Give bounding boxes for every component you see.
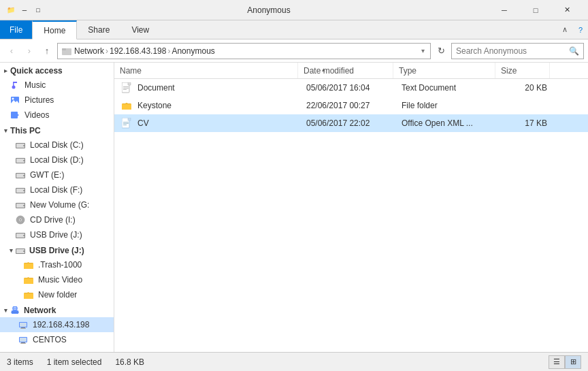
document-date: 05/06/2017 16:04 [301, 83, 396, 93]
cv-size: 17 KB [498, 118, 553, 128]
ribbon: File Home Share View ∧ ? [0, 20, 588, 39]
sidebar-group-network[interactable]: ▾ Network [0, 302, 114, 317]
sidebar-item-centos[interactable]: CENTOS [0, 332, 114, 347]
usbJ1-icon [15, 229, 26, 240]
sidebar-item-ip198[interactable]: 192.168.43.198 [0, 317, 114, 332]
col-name-header[interactable]: Name [114, 63, 298, 78]
sidebar-item-music-label: Music [24, 80, 46, 90]
col-type-header[interactable]: Type [393, 63, 495, 78]
sidebar-item-gwtE[interactable]: GWT (E:) [0, 167, 114, 182]
pin2-icon: □ [33, 5, 44, 16]
musicvid-folder-icon [23, 274, 34, 285]
up-button[interactable]: ↑ [39, 44, 54, 59]
svg-rect-51 [128, 82, 131, 85]
status-left: 3 items 1 item selected 16.8 KB [7, 357, 144, 367]
tab-view[interactable]: View [120, 20, 160, 39]
svg-rect-47 [20, 338, 27, 342]
table-row[interactable]: Document 05/06/2017 16:04 Text Document … [114, 79, 588, 97]
sidebar-item-pictures[interactable]: Pictures [0, 93, 114, 108]
col-size-header[interactable]: Size [495, 63, 550, 78]
sidebar-item-localF[interactable]: Local Disk (F:) [0, 182, 114, 197]
svg-rect-4 [13, 82, 17, 83]
address-folder-icon [62, 46, 71, 56]
close-button[interactable]: ✕ [551, 0, 583, 20]
search-input[interactable] [456, 46, 566, 56]
svg-point-15 [23, 160, 24, 161]
sidebar: ▸ Quick access Music Pictures Videos ▾ T… [0, 63, 114, 352]
view-toggle[interactable]: ☰ ⊞ [549, 355, 581, 369]
sidebar-item-localD[interactable]: Local Disk (D:) [0, 152, 114, 167]
sidebar-item-cdI[interactable]: CD Drive (I:) [0, 212, 114, 227]
sidebar-item-trash[interactable]: .Trash-1000 [0, 257, 114, 272]
svg-rect-53 [123, 88, 129, 88]
status-bar: 3 items 1 item selected 16.8 KB ☰ ⊞ [0, 352, 588, 371]
svg-rect-54 [123, 89, 127, 90]
pin-icon: ─ [19, 5, 30, 16]
svg-point-27 [20, 219, 21, 221]
svg-point-24 [23, 205, 24, 206]
window-controls[interactable]: ─ □ ✕ [489, 0, 583, 20]
addr-network[interactable]: Network [74, 46, 104, 56]
tiles-view-button[interactable]: ⊞ [565, 355, 581, 369]
sidebar-item-newVolG[interactable]: New Volume (G: [0, 197, 114, 212]
restore-button[interactable]: □ [520, 0, 551, 20]
ribbon-expand[interactable]: ∧ [557, 20, 573, 39]
sidebar-item-musicvid[interactable]: Music Video [0, 272, 114, 287]
sidebar-item-localC[interactable]: Local Disk (C:) [0, 138, 114, 152]
keystone-date: 22/06/2017 00:27 [301, 101, 396, 110]
search-icon: 🔍 [569, 46, 579, 56]
sidebar-group-quick-access[interactable]: ▸ Quick access [0, 63, 114, 78]
svg-rect-43 [20, 323, 27, 327]
svg-rect-49 [20, 343, 26, 344]
col-date-header[interactable]: Date modified [298, 63, 393, 78]
svg-rect-35 [24, 278, 33, 278]
cdI-icon [15, 214, 26, 225]
svg-rect-60 [123, 125, 127, 125]
details-view-button[interactable]: ☰ [549, 355, 565, 369]
tab-home[interactable]: Home [32, 20, 77, 39]
svg-rect-52 [123, 86, 129, 87]
title-bar: 📁 ─ □ Anonymous ─ □ ✕ [0, 0, 588, 20]
cv-icon [120, 116, 133, 130]
ribbon-tabs: File Home Share View ∧ ? [0, 20, 588, 39]
svg-point-12 [23, 145, 24, 146]
videos-icon [10, 110, 20, 120]
search-box[interactable]: 🔍 [451, 43, 584, 59]
thispc-label: This PC [10, 126, 41, 135]
sidebar-item-usbJ1[interactable]: USB Drive (J:) [0, 227, 114, 242]
svg-rect-38 [11, 312, 19, 312]
cv-name: CV [137, 118, 301, 128]
localD-icon [15, 155, 26, 165]
sidebar-item-newfolder[interactable]: New folder [0, 287, 114, 302]
usbJ-drive-icon [16, 246, 25, 255]
localC-icon [15, 140, 26, 150]
pictures-icon [10, 95, 20, 106]
table-row[interactable]: CV 05/06/2017 22:02 Office Open XML ... … [114, 114, 588, 132]
help-icon[interactable]: ? [573, 20, 588, 39]
tab-file[interactable]: File [0, 20, 32, 39]
ip198-icon [18, 319, 29, 330]
address-bar[interactable]: Network › 192.168.43.198 › Anonymous ▾ [57, 43, 431, 59]
svg-rect-55 [122, 103, 131, 104]
address-row: ‹ › ↑ Network › 192.168.43.198 › Anonymo… [0, 39, 588, 63]
forward-button[interactable]: › [22, 44, 37, 59]
title-bar-icons: 📁 ─ □ [5, 5, 44, 16]
back-button[interactable]: ‹ [4, 44, 19, 59]
address-dropdown-button[interactable]: ▾ [420, 47, 426, 54]
sidebar-item-videos-label: Videos [24, 110, 49, 120]
svg-rect-57 [128, 118, 131, 120]
tab-share[interactable]: Share [77, 20, 120, 39]
table-row[interactable]: Keystone 22/06/2017 00:27 File folder [114, 97, 588, 114]
svg-point-30 [23, 235, 24, 236]
svg-rect-36 [24, 293, 33, 293]
refresh-button[interactable]: ↻ [434, 44, 448, 59]
svg-rect-34 [24, 263, 33, 263]
addr-anonymous[interactable]: Anonymous [172, 46, 214, 56]
sidebar-item-music[interactable]: Music [0, 78, 114, 93]
sidebar-group-thispc[interactable]: ▾ This PC [0, 123, 114, 138]
cv-type: Office Open XML ... [396, 118, 498, 128]
sidebar-item-videos[interactable]: Videos [0, 108, 114, 123]
addr-ip[interactable]: 192.168.43.198 [110, 46, 166, 56]
sidebar-group-usbJ[interactable]: ▾ USB Drive (J:) [0, 242, 114, 257]
minimize-button[interactable]: ─ [489, 0, 520, 20]
